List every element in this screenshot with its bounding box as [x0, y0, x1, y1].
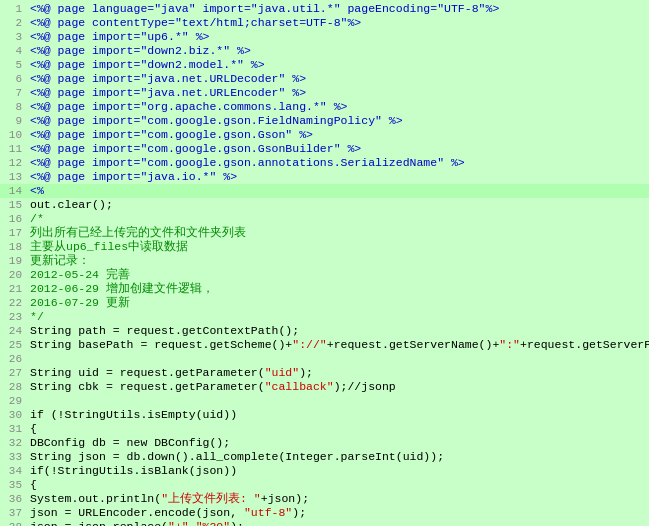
- line-number: 35: [0, 478, 28, 492]
- line-number: 22: [0, 296, 28, 310]
- line-number: 18: [0, 240, 28, 254]
- line-number: 34: [0, 464, 28, 478]
- code-editor: 1<%@ page language="java" import="java.u…: [0, 0, 649, 526]
- line-number: 2: [0, 16, 28, 30]
- line-content: <%@ page import="java.net.URLDecoder" %>: [28, 72, 306, 86]
- line-content: json = URLEncoder.encode(json, "utf-8");: [28, 506, 306, 520]
- line-number: 27: [0, 366, 28, 380]
- line-number: 4: [0, 44, 28, 58]
- line-number: 5: [0, 58, 28, 72]
- line-content: */: [28, 310, 44, 324]
- line-content: String path = request.getContextPath();: [28, 324, 299, 338]
- line-number: 23: [0, 310, 28, 324]
- line-content: <%@ page import="java.net.URLEncoder" %>: [28, 86, 306, 100]
- line-number: 36: [0, 492, 28, 506]
- line-content: <%@ page import="java.io.*" %>: [28, 170, 237, 184]
- line-number: 7: [0, 86, 28, 100]
- line-number: 16: [0, 212, 28, 226]
- line-content: <%@ page import="org.apache.commons.lang…: [28, 100, 347, 114]
- line-content: <%: [28, 184, 44, 198]
- line-number: 26: [0, 352, 28, 366]
- line-number: 21: [0, 282, 28, 296]
- line-content: <%@ page import="down2.model.*" %>: [28, 58, 265, 72]
- line-content: 更新记录：: [28, 254, 90, 268]
- line-number: 12: [0, 156, 28, 170]
- line-number: 19: [0, 254, 28, 268]
- line-number: 10: [0, 128, 28, 142]
- line-content: <%@ page contentType="text/html;charset=…: [28, 16, 361, 30]
- line-content: out.clear();: [28, 198, 113, 212]
- line-content: String basePath = request.getScheme()+":…: [28, 338, 649, 352]
- line-content: 2012-05-24 完善: [28, 268, 130, 282]
- line-content: <%@ page import="down2.biz.*" %>: [28, 44, 251, 58]
- line-number: 20: [0, 268, 28, 282]
- line-number: 32: [0, 436, 28, 450]
- line-number: 33: [0, 450, 28, 464]
- line-content: <%@ page import="com.google.gson.annotat…: [28, 156, 465, 170]
- line-number: 6: [0, 72, 28, 86]
- line-content: <%@ page import="com.google.gson.Gson" %…: [28, 128, 313, 142]
- line-number: 38: [0, 520, 28, 526]
- line-content: if(!StringUtils.isBlank(json)): [28, 464, 237, 478]
- line-content: System.out.println("上传文件列表: "+json);: [28, 492, 309, 506]
- line-content: DBConfig db = new DBConfig();: [28, 436, 230, 450]
- line-number: 9: [0, 114, 28, 128]
- line-content: json = json.replace("+","%20");: [28, 520, 244, 526]
- line-content: 2012-06-29 增加创建文件逻辑，: [28, 282, 214, 296]
- line-content: if (!StringUtils.isEmpty(uid)): [28, 408, 237, 422]
- line-content: String json = db.down().all_complete(Int…: [28, 450, 444, 464]
- line-content: /*: [28, 212, 44, 226]
- line-number: 14: [0, 184, 28, 198]
- line-number: 8: [0, 100, 28, 114]
- line-content: String cbk = request.getParameter("callb…: [28, 380, 396, 394]
- line-number: 31: [0, 422, 28, 436]
- line-content: <%@ page import="up6.*" %>: [28, 30, 209, 44]
- line-number: 28: [0, 380, 28, 394]
- line-number: 29: [0, 394, 28, 408]
- line-content: {: [28, 478, 37, 492]
- line-content: <%@ page import="com.google.gson.FieldNa…: [28, 114, 403, 128]
- line-number: 1: [0, 2, 28, 16]
- line-number: 11: [0, 142, 28, 156]
- line-content: <%@ page import="com.google.gson.GsonBui…: [28, 142, 361, 156]
- line-number: 3: [0, 30, 28, 44]
- line-content: <%@ page language="java" import="java.ut…: [28, 2, 499, 16]
- line-number: 37: [0, 506, 28, 520]
- line-number: 13: [0, 170, 28, 184]
- line-content: 主要从up6_files中读取数据: [28, 240, 188, 254]
- line-number: 30: [0, 408, 28, 422]
- line-number: 15: [0, 198, 28, 212]
- line-content: 列出所有已经上传完的文件和文件夹列表: [28, 226, 246, 240]
- line-content: {: [28, 422, 37, 436]
- line-content: String uid = request.getParameter("uid")…: [28, 366, 313, 380]
- line-content: 2016-07-29 更新: [28, 296, 130, 310]
- line-number: 17: [0, 226, 28, 240]
- line-number: 25: [0, 338, 28, 352]
- line-number: 24: [0, 324, 28, 338]
